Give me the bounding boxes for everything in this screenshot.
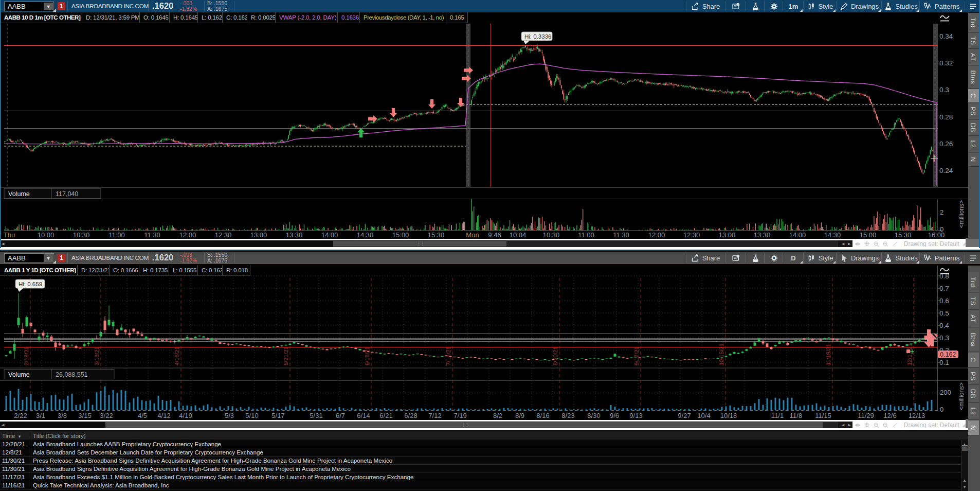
svg-text:10/18: 10/18 <box>720 412 737 419</box>
svg-text:<millions>: <millions> <box>958 382 965 410</box>
svg-text:8/20/21: 8/20/21 <box>552 346 558 365</box>
svg-text:9/6: 9/6 <box>610 412 619 419</box>
svg-text:6/14: 6/14 <box>357 412 370 419</box>
svg-text:11/15: 11/15 <box>815 412 831 419</box>
svg-text:12:30: 12:30 <box>215 231 232 239</box>
svg-text:0.3: 0.3 <box>939 86 949 94</box>
svg-text:2/19/21: 2/19/21 <box>23 346 29 365</box>
svg-text:11/1: 11/1 <box>771 412 784 419</box>
svg-text:14:00: 14:00 <box>789 231 806 239</box>
svg-text:11:00: 11:00 <box>108 231 125 239</box>
svg-text:5/31: 5/31 <box>310 412 322 419</box>
svg-text:13:00: 13:00 <box>719 231 736 239</box>
svg-text:0.162: 0.162 <box>940 351 956 358</box>
svg-text:0.5: 0.5 <box>939 309 949 317</box>
svg-text:26,088,551: 26,088,551 <box>56 371 88 378</box>
svg-text:6/7: 6/7 <box>336 412 345 419</box>
svg-text:4/5: 4/5 <box>138 412 147 419</box>
svg-text:10:30: 10:30 <box>543 231 560 239</box>
svg-text:0.32: 0.32 <box>939 59 953 67</box>
svg-text:14:30: 14:30 <box>824 231 841 239</box>
svg-text:12:00: 12:00 <box>179 231 196 239</box>
svg-text:12/6: 12/6 <box>883 412 896 419</box>
svg-text:Hi: 0.659: Hi: 0.659 <box>19 281 42 287</box>
svg-text:117,040: 117,040 <box>56 190 78 198</box>
svg-text:7/19: 7/19 <box>453 412 466 419</box>
svg-text:10:30: 10:30 <box>73 231 90 239</box>
svg-text:8/9: 8/9 <box>515 412 524 419</box>
svg-text:14:30: 14:30 <box>357 231 374 239</box>
svg-text:12:30: 12:30 <box>683 231 700 239</box>
svg-text:Volume: Volume <box>8 190 30 198</box>
svg-text:12:00: 12:00 <box>648 231 665 239</box>
svg-text:0.28: 0.28 <box>939 113 953 121</box>
svg-text:0.24: 0.24 <box>939 167 953 174</box>
svg-text:2: 2 <box>940 208 943 216</box>
svg-text:0.6: 0.6 <box>939 297 949 305</box>
svg-text:0.4: 0.4 <box>939 322 949 329</box>
svg-text:Thu: Thu <box>4 231 15 239</box>
svg-text:5/10: 5/10 <box>245 412 258 419</box>
svg-text:15:30: 15:30 <box>895 231 912 239</box>
svg-text:9:46: 9:46 <box>488 231 501 239</box>
svg-text:Hi: 0.3336: Hi: 0.3336 <box>524 33 551 40</box>
svg-text:15:00: 15:00 <box>392 231 409 239</box>
svg-text:10/15/21: 10/15/21 <box>718 343 724 365</box>
svg-text:10/4: 10/4 <box>697 412 710 419</box>
svg-text:10:04: 10:04 <box>510 231 527 239</box>
svg-text:8/23: 8/23 <box>561 412 574 419</box>
svg-text:5/21/21: 5/21/21 <box>283 346 289 365</box>
svg-text:12/17/21: 12/17/21 <box>906 343 913 365</box>
svg-text:0.7: 0.7 <box>939 285 949 292</box>
svg-text:200: 200 <box>940 389 951 396</box>
svg-text:9/13: 9/13 <box>629 412 642 419</box>
svg-text:Mon: Mon <box>466 231 479 239</box>
svg-text:3/8: 3/8 <box>58 412 67 419</box>
svg-text:11/8: 11/8 <box>790 412 802 419</box>
svg-text:15:00: 15:00 <box>860 231 877 239</box>
svg-text:8/30: 8/30 <box>587 412 600 419</box>
svg-text:2/22: 2/22 <box>14 412 27 419</box>
svg-text:10:00: 10:00 <box>38 231 55 239</box>
svg-text:3/22: 3/22 <box>100 412 113 419</box>
svg-text:0.34: 0.34 <box>939 32 953 40</box>
svg-text:11:30: 11:30 <box>144 231 160 239</box>
svg-text:3/1: 3/1 <box>36 412 45 419</box>
svg-text:5/3: 5/3 <box>225 412 234 419</box>
svg-text:4/19: 4/19 <box>179 412 192 419</box>
svg-text:3/15: 3/15 <box>78 412 91 419</box>
svg-text:12/13: 12/13 <box>909 412 925 419</box>
svg-text:0.26: 0.26 <box>939 140 953 148</box>
svg-text:16:00: 16:00 <box>928 231 945 239</box>
svg-text:9/27: 9/27 <box>678 412 691 419</box>
svg-text:0: 0 <box>940 406 943 413</box>
svg-text:6/21: 6/21 <box>379 412 392 419</box>
svg-text:11/29: 11/29 <box>858 412 874 419</box>
svg-text:8/2: 8/2 <box>493 412 502 419</box>
svg-text:4/12: 4/12 <box>157 412 170 419</box>
svg-text:8/16: 8/16 <box>536 412 549 419</box>
svg-text:11:30: 11:30 <box>613 231 629 239</box>
svg-text:5/17: 5/17 <box>271 412 284 419</box>
svg-text:0.1: 0.1 <box>939 359 949 366</box>
svg-text:3/19/21: 3/19/21 <box>94 346 100 365</box>
svg-text:11:00: 11:00 <box>578 231 594 239</box>
svg-text:13:00: 13:00 <box>250 231 267 239</box>
svg-text:15:30: 15:30 <box>428 231 445 239</box>
svg-text:0.3: 0.3 <box>939 334 949 342</box>
svg-text:14:00: 14:00 <box>321 231 338 239</box>
svg-text:6/28: 6/28 <box>404 412 417 419</box>
svg-text:Volume: Volume <box>8 371 30 378</box>
svg-text:9/17/21: 9/17/21 <box>633 346 640 365</box>
svg-text:7/12: 7/12 <box>428 412 441 419</box>
svg-text:<millions>: <millions> <box>958 200 965 228</box>
svg-text:13:30: 13:30 <box>754 231 771 239</box>
svg-text:4/16/21: 4/16/21 <box>174 346 180 365</box>
svg-text:6/18/21: 6/18/21 <box>364 346 370 365</box>
svg-text:13:30: 13:30 <box>286 231 303 239</box>
